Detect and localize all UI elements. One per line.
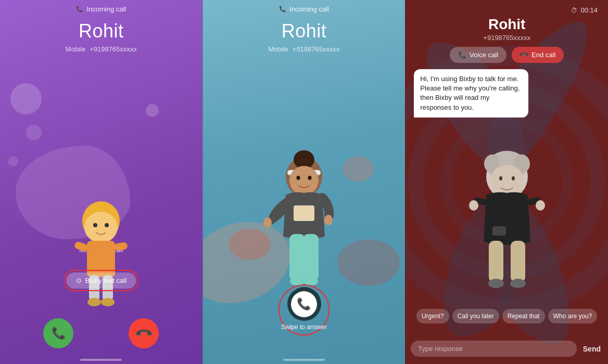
avatar-character (455, 148, 559, 304)
bixby-message-bubble: Hi, I'm using Bixby to talk for me. Plea… (414, 69, 528, 118)
quick-replies: Urgent? Call you later Repeat that Who a… (406, 309, 608, 323)
svg-point-43 (510, 279, 526, 288)
blob-decoration (146, 104, 159, 117)
quick-reply-who[interactable]: Who are you? (548, 309, 598, 323)
home-indicator (283, 359, 325, 361)
phone-row: Mobile +9198765xxxxx (269, 45, 340, 53)
panel-active-call: ⏱ 00:14 Rohit +9198765xxxxx 📞 Voice call… (405, 0, 608, 364)
mobile-label: Mobile (269, 45, 288, 53)
call-icon: 📞 (76, 6, 83, 12)
svg-point-14 (289, 166, 319, 195)
quick-reply-call-later[interactable]: Call you later (452, 309, 499, 323)
bixby-text-label: Bixby text call (85, 277, 126, 284)
svg-rect-17 (294, 205, 314, 221)
quick-reply-repeat[interactable]: Repeat that (502, 309, 545, 323)
phone-row: Mobile +9198765xxxxx (66, 45, 137, 53)
accept-icon: 📞 (52, 327, 66, 340)
phone-number: +9198765xxxxx (90, 45, 137, 53)
quick-reply-repeat-label: Repeat that (508, 313, 540, 320)
response-input[interactable] (411, 341, 576, 357)
call-action-buttons: 📞 📞 (0, 318, 202, 348)
incoming-call-label: Incoming call (86, 5, 126, 13)
svg-rect-41 (511, 241, 525, 282)
home-indicator (80, 359, 122, 361)
bixby-text-call-wrapper[interactable]: ⊙ Bixby text call (64, 270, 138, 291)
swipe-label: Swipe to answer (281, 323, 327, 333)
accept-call-button[interactable]: 📞 (43, 318, 73, 348)
swipe-circle[interactable]: 📞 (287, 287, 321, 321)
bixby-icon: ⊙ (76, 277, 82, 284)
svg-point-16 (308, 176, 312, 180)
call-icon: 📞 (279, 6, 286, 12)
svg-point-1 (84, 212, 118, 243)
blob-decoration (26, 125, 42, 140)
svg-point-3 (105, 223, 109, 227)
quick-reply-call-later-label: Call you later (458, 313, 494, 320)
svg-rect-6 (113, 242, 128, 251)
svg-point-10 (101, 298, 115, 306)
bixby-message-text: Hi, I'm using Bixby to talk for me. Plea… (420, 75, 520, 111)
svg-point-15 (297, 176, 300, 180)
phone-number: +9198765xxxxx (414, 34, 600, 42)
svg-point-2 (93, 223, 97, 227)
caller-name: Rohit (79, 20, 124, 42)
blob-decoration (8, 156, 18, 166)
phone-number: +9198765xxxxx (293, 45, 340, 53)
svg-rect-35 (492, 226, 506, 236)
decline-icon: 📞 (134, 323, 154, 343)
svg-rect-20 (289, 234, 305, 281)
swipe-to-answer-wrapper[interactable]: 📞 Swipe to answer (278, 284, 330, 335)
svg-rect-21 (303, 234, 319, 281)
quick-reply-who-label: Who are you? (553, 313, 592, 320)
svg-point-18 (263, 217, 272, 228)
blob-decoration (10, 83, 42, 114)
svg-rect-40 (489, 241, 503, 282)
status-bar: 📞 Incoming call (203, 0, 406, 15)
bixby-text-call-button[interactable]: ⊙ Bixby text call (67, 272, 136, 289)
caller-name: Rohit (282, 20, 327, 42)
swipe-circle-inner: 📞 (291, 291, 317, 317)
phone-icon: 📞 (297, 297, 311, 311)
avatar-character (67, 200, 135, 315)
end-call-label: End call (531, 51, 555, 59)
voice-icon: 📞 (458, 51, 466, 59)
response-input-row: Send (406, 341, 608, 357)
send-label: Send (583, 345, 601, 353)
call-control-buttons: 📞 Voice call 📞 End call (414, 47, 600, 63)
quick-reply-urgent[interactable]: Urgent? (416, 309, 449, 323)
call-timer: 00:14 (580, 6, 598, 14)
voice-call-button[interactable]: 📞 Voice call (450, 47, 506, 63)
svg-point-38 (469, 200, 478, 211)
end-call-icon: 📞 (518, 49, 530, 61)
svg-point-9 (87, 298, 101, 306)
call-header: ⏱ 00:14 Rohit +9198765xxxxx 📞 Voice call… (406, 0, 608, 63)
panel-incoming-call-1: 📞 Incoming call Rohit Mobile +9198765xxx… (0, 0, 202, 364)
svg-point-42 (488, 279, 504, 288)
quick-reply-urgent-label: Urgent? (422, 313, 444, 320)
svg-point-32 (490, 165, 524, 196)
caller-name: Rohit (414, 16, 600, 33)
svg-point-33 (499, 176, 502, 180)
status-bar: 📞 Incoming call (0, 0, 202, 15)
incoming-call-label: Incoming call (289, 5, 329, 13)
svg-rect-5 (74, 241, 89, 252)
timer-row: ⏱ 00:14 (414, 6, 600, 14)
send-button[interactable]: Send (581, 345, 603, 353)
voice-call-label: Voice call (470, 51, 498, 59)
timer-icon: ⏱ (571, 7, 577, 14)
svg-point-39 (536, 200, 545, 211)
decline-call-button[interactable]: 📞 (129, 318, 159, 348)
svg-point-19 (324, 215, 333, 225)
end-call-button[interactable]: 📞 End call (512, 47, 564, 63)
svg-point-34 (512, 176, 515, 180)
mobile-label: Mobile (66, 45, 85, 53)
panel-incoming-call-2: 📞 Incoming call Rohit Mobile +9198765xxx… (202, 0, 406, 364)
